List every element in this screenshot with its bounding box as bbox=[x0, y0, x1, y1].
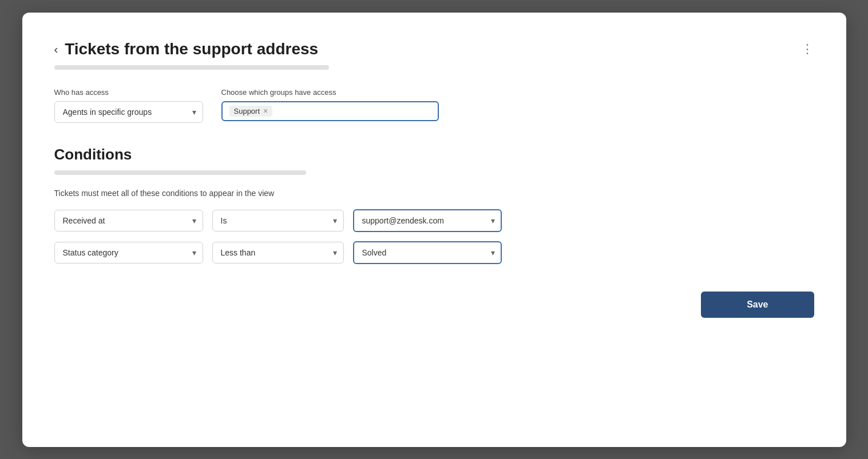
conditions-title: Conditions bbox=[54, 146, 814, 163]
groups-search-input[interactable] bbox=[277, 106, 430, 115]
groups-tag-input[interactable]: Support × bbox=[221, 101, 439, 121]
conditions-rows: Received at ▾ Is ▾ support@zendesk.com ▾ bbox=[54, 209, 814, 264]
who-has-access-field: Who has access Agents in specific groups… bbox=[54, 88, 203, 123]
access-section: Who has access Agents in specific groups… bbox=[54, 88, 814, 123]
condition-1-value-wrapper: support@zendesk.com ▾ bbox=[353, 209, 502, 232]
who-has-access-select-wrapper: Agents in specific groups ▾ bbox=[54, 101, 203, 123]
conditions-description: Tickets must meet all of these condition… bbox=[54, 189, 814, 198]
header-left: ‹ Tickets from the support address bbox=[54, 40, 319, 58]
back-icon[interactable]: ‹ bbox=[54, 43, 58, 55]
who-has-access-select[interactable]: Agents in specific groups bbox=[54, 101, 203, 123]
support-tag-remove-icon[interactable]: × bbox=[263, 107, 268, 115]
condition-1-field-select[interactable]: Received at bbox=[54, 210, 203, 232]
choose-groups-field: Choose which groups have access Support … bbox=[221, 88, 439, 121]
conditions-progress-bar bbox=[54, 170, 306, 175]
condition-1-operator-select[interactable]: Is bbox=[212, 210, 344, 232]
support-tag: Support × bbox=[229, 106, 273, 117]
choose-groups-label: Choose which groups have access bbox=[221, 88, 439, 97]
save-button[interactable]: Save bbox=[701, 292, 814, 318]
more-menu-icon[interactable]: ⋮ bbox=[801, 43, 814, 55]
condition-row-2: Status category ▾ Less than ▾ Solved ▾ bbox=[54, 241, 814, 264]
condition-row-1: Received at ▾ Is ▾ support@zendesk.com ▾ bbox=[54, 209, 814, 232]
main-window: ‹ Tickets from the support address ⋮ Who… bbox=[22, 13, 846, 447]
condition-1-operator-wrapper: Is ▾ bbox=[212, 210, 344, 232]
header-progress-bar bbox=[54, 65, 329, 70]
who-has-access-label: Who has access bbox=[54, 88, 203, 97]
condition-2-value-select[interactable]: Solved bbox=[353, 241, 502, 264]
condition-2-operator-wrapper: Less than ▾ bbox=[212, 242, 344, 264]
condition-1-field-wrapper: Received at ▾ bbox=[54, 210, 203, 232]
condition-2-field-select[interactable]: Status category bbox=[54, 242, 203, 264]
header-row: ‹ Tickets from the support address ⋮ bbox=[54, 40, 814, 58]
support-tag-label: Support bbox=[234, 107, 260, 115]
page-title: Tickets from the support address bbox=[65, 40, 318, 58]
condition-2-field-wrapper: Status category ▾ bbox=[54, 242, 203, 264]
footer-row: Save bbox=[54, 292, 814, 318]
header-progress-bar-container bbox=[54, 65, 814, 70]
condition-2-value-wrapper: Solved ▾ bbox=[353, 241, 502, 264]
condition-2-operator-select[interactable]: Less than bbox=[212, 242, 344, 264]
condition-1-value-select[interactable]: support@zendesk.com bbox=[353, 209, 502, 232]
